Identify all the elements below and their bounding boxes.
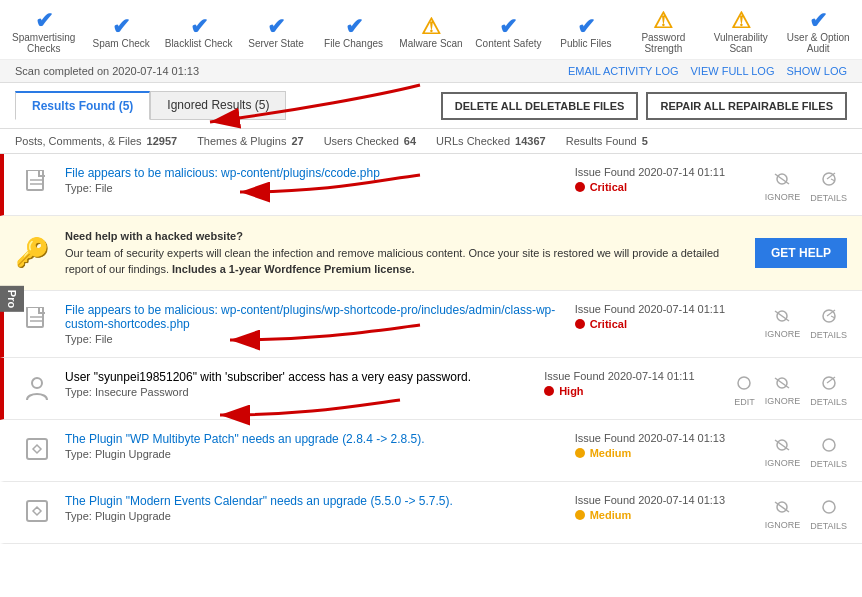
status-links: EMAIL ACTIVITY LOG VIEW FULL LOG SHOW LO… bbox=[568, 65, 847, 77]
scan-label-content: Content Safety bbox=[475, 38, 541, 49]
result-link-1[interactable]: File appears to be malicious: wp-content… bbox=[65, 166, 380, 180]
details-label-5: DETAILS bbox=[810, 521, 847, 531]
check-icon: ✔ bbox=[809, 10, 827, 32]
stat-posts-value: 12957 bbox=[147, 135, 178, 147]
help-banner-license: Includes a 1-year Wordfence Premium lice… bbox=[169, 263, 415, 275]
scan-item-password: ⚠ Password Strength bbox=[625, 10, 702, 54]
severity-dot-3 bbox=[544, 386, 554, 396]
scan-label-blacklist: Blacklist Check bbox=[165, 38, 233, 49]
severity-5: Medium bbox=[575, 509, 755, 521]
tabs-row: Results Found (5) Ignored Results (5) DE… bbox=[0, 83, 862, 129]
svg-rect-22 bbox=[27, 439, 47, 459]
repair-all-button[interactable]: REPAIR ALL REPAIRABLE FILES bbox=[646, 92, 847, 120]
result-meta-4: Issue Found 2020-07-14 01:13 Medium bbox=[565, 432, 765, 459]
scan-label-filechanges: File Changes bbox=[324, 38, 383, 49]
result-actions-3: EDIT IGNORE DETAILS bbox=[734, 370, 847, 407]
scan-completed-text: Scan completed on 2020-07-14 01:13 bbox=[15, 65, 199, 77]
result-link-4[interactable]: The Plugin "WP Multibyte Patch" needs an… bbox=[65, 432, 425, 446]
details-icon-3 bbox=[821, 375, 837, 395]
stat-posts-label: Posts, Comments, & Files bbox=[15, 135, 142, 147]
ignore-icon-2 bbox=[773, 309, 791, 327]
result-meta-1: Issue Found 2020-07-14 01:11 Critical bbox=[565, 166, 765, 193]
results-list: File appears to be malicious: wp-content… bbox=[0, 154, 862, 544]
details-icon-4 bbox=[821, 437, 837, 457]
edit-label-3: EDIT bbox=[734, 397, 755, 407]
severity-label-2: Critical bbox=[590, 318, 627, 330]
edit-button-3[interactable]: EDIT bbox=[734, 375, 755, 407]
ignore-button-5[interactable]: IGNORE bbox=[765, 500, 801, 530]
scan-bar: ✔ Spamvertising Checks ✔ Spam Check ✔ Bl… bbox=[0, 0, 862, 60]
severity-1: Critical bbox=[575, 181, 755, 193]
check-icon: ✔ bbox=[499, 16, 517, 38]
check-icon: ✔ bbox=[35, 10, 53, 32]
issue-found-2: Issue Found 2020-07-14 01:11 bbox=[575, 303, 755, 315]
ignore-label-5: IGNORE bbox=[765, 520, 801, 530]
scan-label-password: Password Strength bbox=[625, 32, 702, 54]
stat-posts: Posts, Comments, & Files 12957 bbox=[15, 135, 177, 147]
severity-label-4: Medium bbox=[590, 447, 632, 459]
tab-ignored-results[interactable]: Ignored Results (5) bbox=[150, 91, 286, 120]
warning-icon: ⚠ bbox=[731, 10, 751, 32]
details-button-2[interactable]: DETAILS bbox=[810, 308, 847, 340]
pro-badge: Pro bbox=[0, 285, 24, 311]
stat-urls-value: 14367 bbox=[515, 135, 546, 147]
stat-themes: Themes & Plugins 27 bbox=[197, 135, 304, 147]
delete-all-button[interactable]: DELETE ALL DELETABLE FILES bbox=[441, 92, 639, 120]
ignore-icon-1 bbox=[773, 172, 791, 190]
stat-urls: URLs Checked 14367 bbox=[436, 135, 546, 147]
plugin-icon-5 bbox=[19, 494, 55, 524]
result-meta-2: Issue Found 2020-07-14 01:11 Critical bbox=[565, 303, 765, 330]
details-button-4[interactable]: DETAILS bbox=[810, 437, 847, 469]
scan-item-spamvertising: ✔ Spamvertising Checks bbox=[5, 10, 82, 54]
result-type-4: Type: Plugin Upgrade bbox=[65, 448, 565, 460]
severity-label-1: Critical bbox=[590, 181, 627, 193]
stat-results-label: Results Found bbox=[566, 135, 637, 147]
scan-item-malware: ⚠ Malware Scan bbox=[392, 16, 469, 49]
view-full-log-link[interactable]: VIEW FULL LOG bbox=[691, 65, 775, 77]
svg-rect-26 bbox=[27, 501, 47, 521]
tabs: Results Found (5) Ignored Results (5) bbox=[15, 91, 286, 120]
ignore-icon-4 bbox=[773, 438, 791, 456]
details-button-1[interactable]: DETAILS bbox=[810, 171, 847, 203]
details-label-3: DETAILS bbox=[810, 397, 847, 407]
ignore-button-4[interactable]: IGNORE bbox=[765, 438, 801, 468]
tab-actions: DELETE ALL DELETABLE FILES REPAIR ALL RE… bbox=[441, 92, 847, 120]
result-link-2[interactable]: File appears to be malicious: wp-content… bbox=[65, 303, 555, 331]
issue-found-1: Issue Found 2020-07-14 01:11 bbox=[575, 166, 755, 178]
details-button-5[interactable]: DETAILS bbox=[810, 499, 847, 531]
check-icon: ✔ bbox=[577, 16, 595, 38]
svg-point-25 bbox=[823, 439, 835, 451]
scan-label-server: Server State bbox=[248, 38, 304, 49]
details-icon-1 bbox=[821, 171, 837, 191]
ignore-button-1[interactable]: IGNORE bbox=[765, 172, 801, 202]
help-banner-text: Need help with a hacked website? Our tea… bbox=[65, 228, 740, 278]
get-help-button[interactable]: GET HELP bbox=[755, 238, 847, 268]
tab-results-found[interactable]: Results Found (5) bbox=[15, 91, 150, 120]
details-button-3[interactable]: DETAILS bbox=[810, 375, 847, 407]
ignore-label-2: IGNORE bbox=[765, 329, 801, 339]
result-item-4: The Plugin "WP Multibyte Patch" needs an… bbox=[0, 420, 862, 482]
details-icon-2 bbox=[821, 308, 837, 328]
result-main-3: User "syunpei19851206" with 'subscriber'… bbox=[65, 370, 534, 398]
stat-urls-label: URLs Checked bbox=[436, 135, 510, 147]
email-activity-log-link[interactable]: EMAIL ACTIVITY LOG bbox=[568, 65, 679, 77]
ignore-label-4: IGNORE bbox=[765, 458, 801, 468]
severity-3: High bbox=[544, 385, 724, 397]
result-meta-3: Issue Found 2020-07-14 01:11 High bbox=[534, 370, 734, 397]
scan-item-vulnerability: ⚠ Vulnerability Scan bbox=[702, 10, 779, 54]
scan-label-public: Public Files bbox=[560, 38, 611, 49]
help-banner-icon: 🔑 bbox=[15, 236, 50, 269]
result-link-5[interactable]: The Plugin "Modern Events Calendar" need… bbox=[65, 494, 453, 508]
result-item-3: User "syunpei19851206" with 'subscriber'… bbox=[0, 358, 862, 420]
show-log-link[interactable]: SHOW LOG bbox=[786, 65, 847, 77]
ignore-button-2[interactable]: IGNORE bbox=[765, 309, 801, 339]
ignore-icon-5 bbox=[773, 500, 791, 518]
severity-4: Medium bbox=[575, 447, 755, 459]
result-item-5: The Plugin "Modern Events Calendar" need… bbox=[0, 482, 862, 544]
severity-dot-4 bbox=[575, 448, 585, 458]
scan-item-user-option: ✔ User & Option Audit bbox=[780, 10, 857, 54]
status-bar: Scan completed on 2020-07-14 01:13 EMAIL… bbox=[0, 60, 862, 83]
ignore-button-3[interactable]: IGNORE bbox=[765, 376, 801, 406]
result-type-1: Type: File bbox=[65, 182, 565, 194]
warning-icon: ⚠ bbox=[653, 10, 673, 32]
